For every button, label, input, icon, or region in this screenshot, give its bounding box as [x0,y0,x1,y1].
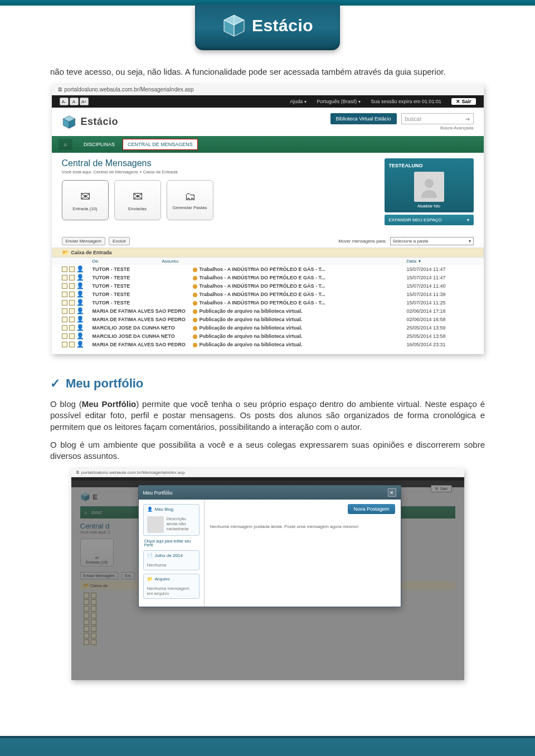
home-icon[interactable]: ⌂ [59,139,72,150]
row-checkbox[interactable] [69,317,75,322]
row-sender: TUTOR - TESTE [93,300,193,306]
person-icon: 👤 [76,324,84,331]
font-size-a-minus[interactable]: A- [60,98,69,105]
expand-space-button[interactable]: EXPANDIR MEU ESPAÇO ▾ [385,215,474,225]
unread-dot-icon [193,343,197,347]
meu-blog-box: 👤Meu Blog Descrição ainda não cadastrada [143,504,200,536]
arquivo-box: 📁Arquivo Nenhuma mensagem em arquivo [143,574,200,599]
table-row[interactable]: 👤MARCILIO JOSE DA CUNHA NETOPublicação d… [62,323,474,332]
row-subject: Trabalhos - A INDÚSTRIA DO PETRÓLEO E GÁ… [193,283,407,289]
person-icon: 👤 [76,307,84,314]
address-bar: 🗎 portaldoaluno.webaula.com.br/Mensageri… [52,84,484,95]
table-row[interactable]: 👤TUTOR - TESTETrabalhos - A INDÚSTRIA DO… [62,282,474,290]
table-row[interactable]: 👤MARCILIO JOSE DA CUNHA NETOPublicação d… [62,332,474,340]
excluir-button[interactable]: Excluir [109,237,130,245]
blog-description: Descrição ainda não cadastrada [167,516,196,533]
unread-dot-icon [193,268,197,272]
close-icon[interactable]: ✕ [388,488,396,497]
language-menu[interactable]: Português (Brasil) ▾ [317,99,361,104]
font-size-buttons[interactable]: A- A A+ [60,98,89,105]
person-icon: 👤 [76,341,84,348]
font-size-a-plus[interactable]: A+ [80,98,89,105]
row-subject: Publicação de arquivo na biblioteca virt… [193,325,407,331]
person-icon: 👤 [147,507,153,512]
table-row[interactable]: 👤MARIA DE FATIMA ALVES SAO PEDROPublicaç… [62,340,474,348]
row-checkbox[interactable] [62,266,67,272]
folder-tiles: ✉ Entrada (10) ✉ Enviadas 🗂 Gerenciar Pa… [62,180,377,220]
advanced-search-link[interactable]: Busca Avançada [330,125,474,130]
inbox-folder-header[interactable]: 📂 Caixa de Entrada [52,248,484,258]
brand-name: Estácio [252,16,313,35]
table-row[interactable]: 👤MARIA DE FATIMA ALVES SAO PEDROPublicaç… [62,307,474,315]
row-sender: MARIA DE FATIMA ALVES SAO PEDRO [93,317,193,322]
row-checkbox[interactable] [62,292,67,297]
row-checkbox[interactable] [69,266,75,272]
row-date: 15/07/2014 11:47 [407,275,474,280]
mover-select[interactable]: Selecione a pasta ▾ [390,237,474,245]
logout-button[interactable]: ✕ Sair [451,98,476,105]
row-checkbox[interactable] [62,333,67,339]
row-subject: Trabalhos - A INDÚSTRIA DO PETRÓLEO E GÁ… [193,300,407,306]
unread-dot-icon [193,309,197,314]
row-checkbox[interactable] [69,292,75,297]
row-checkbox[interactable] [69,333,75,339]
row-checkbox[interactable] [62,275,67,280]
table-row[interactable]: 👤TUTOR - TESTETrabalhos - A INDÚSTRIA DO… [62,290,474,298]
font-size-a[interactable]: A [70,98,79,105]
row-checkbox[interactable] [69,300,75,306]
row-checkbox[interactable] [69,325,75,331]
person-icon: 👤 [76,290,84,298]
search-input[interactable]: buscar ➔ [401,113,474,124]
table-row[interactable]: 👤TUTOR - TESTETrabalhos - A INDÚSTRIA DO… [62,273,474,282]
col-assunto[interactable]: Assunto: [162,259,407,264]
chevron-down-icon: ▾ [358,99,361,104]
message-rows: 👤TUTOR - TESTETrabalhos - A INDÚSTRIA DO… [52,265,484,354]
row-checkbox[interactable] [62,300,67,306]
table-row[interactable]: 👤TUTOR - TESTETrabalhos - A INDÚSTRIA DO… [62,265,474,273]
language-label: Português (Brasil) [317,99,357,104]
table-row[interactable]: 👤TUTOR - TESTETrabalhos - A INDÚSTRIA DO… [62,298,474,307]
biblioteca-button[interactable]: Biblioteca Virtual Estácio [330,113,397,124]
unread-dot-icon [193,276,197,280]
brand-name: Estácio [81,116,119,128]
col-data[interactable]: Data: ▾ [407,259,474,264]
month-box: 📄Julho de 2014 Nenhuma [143,550,200,570]
row-checkbox[interactable] [62,325,67,331]
row-date: 25/05/2014 13:59 [407,325,474,331]
calendar-icon: 📄 [147,553,153,558]
enviar-mensagem-button[interactable]: Enviar Mensagem [62,237,105,245]
screenshot-meu-portfolio: 🗎 portaldoaluno.webaula.com.br/Mensageri… [71,468,464,680]
update-photo-link[interactable]: Atualizar foto [389,204,469,208]
ajuda-menu[interactable]: Ajuda ▾ [290,99,307,104]
modal-main: Nova Postagem Nenhuma mensagem postada a… [205,500,401,607]
row-checkbox[interactable] [62,308,67,314]
nav-disciplinas[interactable]: DISCIPLINAS [78,142,120,147]
column-headers: De: Assunto: Data: ▾ [52,258,484,265]
table-row[interactable]: 👤MARIA DE FATIMA ALVES SAO PEDROPublicaç… [62,315,474,323]
row-checkbox[interactable] [62,283,67,289]
row-checkbox[interactable] [62,342,67,347]
row-checkbox[interactable] [69,275,75,280]
breadcrumb: Você está aqui: Central de Mensagens » C… [62,169,377,175]
unread-dot-icon [193,326,197,331]
screenshot-central-mensagens: 🗎 portaldoaluno.webaula.com.br/Mensageri… [52,84,484,354]
row-checkbox[interactable] [69,283,75,289]
row-checkbox[interactable] [69,342,75,347]
utility-bar: A- A A+ Ajuda ▾ Português (Brasil) ▾ Sua… [52,95,484,108]
nav-central-mensagens[interactable]: CENTRAL DE MENSAGENS [123,139,198,150]
row-date: 15/07/2014 11:40 [407,283,474,289]
tile-enviadas[interactable]: ✉ Enviadas [114,180,161,220]
tile-entrada[interactable]: ✉ Entrada (10) [62,180,109,220]
col-de[interactable]: De: [62,259,162,264]
edit-profile-link[interactable]: Clique aqui para editar seu Perfil [143,539,200,550]
inbox-label: Caixa de Entrada [71,250,112,255]
brand-tab: Estácio [195,4,340,50]
row-checkbox[interactable] [69,308,75,314]
row-date: 15/07/2014 11:47 [407,266,474,272]
row-checkbox[interactable] [62,317,67,322]
tile-label: Gerenciar Pastas [173,205,207,210]
row-subject: Publicação de arquivo na biblioteca virt… [193,308,407,314]
modal-sidebar: 👤Meu Blog Descrição ainda não cadastrada… [139,500,205,607]
tile-gerenciar[interactable]: 🗂 Gerenciar Pastas [167,180,213,220]
nova-postagem-button[interactable]: Nova Postagem [348,504,395,514]
